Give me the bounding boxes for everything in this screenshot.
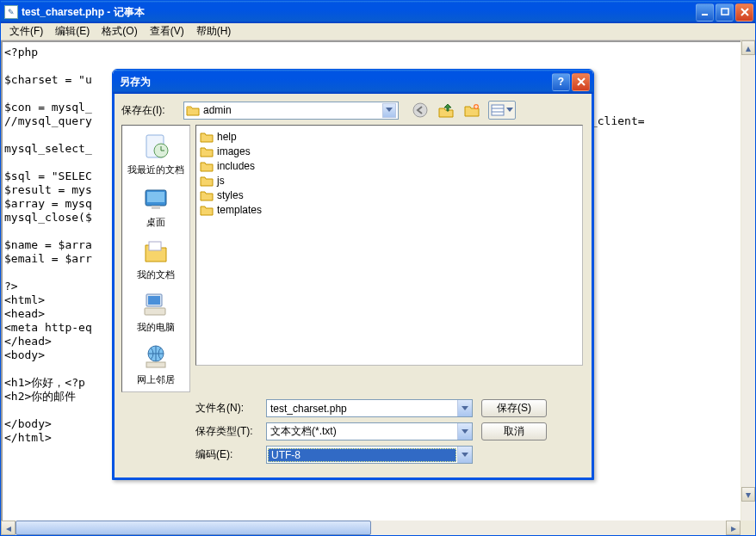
dialog-titlebar[interactable]: 另存为 ? — [113, 70, 593, 94]
filename-label: 文件名(N): — [195, 401, 257, 416]
chevron-down-icon[interactable] — [457, 447, 472, 463]
place-desktop[interactable]: 桌面 — [140, 183, 171, 229]
folder-icon — [186, 104, 200, 116]
list-item[interactable]: templates — [200, 202, 579, 217]
save-in-combo[interactable]: admin — [183, 102, 399, 120]
list-item[interactable]: images — [200, 144, 579, 158]
menu-edit[interactable]: 编辑(E) — [50, 23, 95, 40]
svg-rect-17 — [146, 362, 165, 367]
folder-icon — [200, 131, 214, 143]
dialog-title: 另存为 — [120, 75, 552, 89]
filetype-combo[interactable]: 文本文档(*.txt) — [266, 422, 473, 441]
up-icon[interactable] — [437, 101, 455, 120]
back-icon[interactable] — [411, 101, 430, 120]
menu-format[interactable]: 格式(O) — [96, 23, 142, 40]
encoding-label: 编码(E): — [195, 447, 257, 462]
svg-rect-10 — [147, 192, 164, 202]
maximize-button[interactable] — [716, 3, 734, 22]
svg-rect-15 — [145, 308, 165, 315]
vertical-scrollbar[interactable]: ▴ ▾ — [741, 40, 755, 521]
scroll-corner — [741, 521, 755, 535]
file-list[interactable]: help images includes js styles templates — [195, 125, 583, 366]
folder-icon — [200, 189, 214, 201]
chevron-down-icon[interactable] — [382, 103, 396, 118]
list-item[interactable]: styles — [200, 188, 579, 202]
svg-rect-11 — [152, 206, 160, 209]
scroll-down-icon[interactable]: ▾ — [741, 487, 755, 502]
list-item[interactable]: help — [200, 129, 579, 144]
place-mydocs[interactable]: 我的文档 — [137, 236, 175, 281]
new-folder-icon[interactable] — [462, 101, 481, 120]
main-title: test_charset.php - 记事本 — [22, 5, 696, 20]
folder-icon — [200, 160, 214, 172]
folder-icon — [200, 145, 214, 157]
place-mycomputer[interactable]: 我的电脑 — [137, 288, 175, 334]
mydocs-icon — [140, 236, 171, 267]
scroll-left-icon[interactable]: ◂ — [1, 521, 15, 535]
dialog-close-button[interactable] — [572, 73, 590, 91]
svg-rect-14 — [148, 296, 160, 305]
scroll-right-icon[interactable]: ▸ — [726, 521, 741, 535]
svg-point-2 — [413, 103, 427, 117]
folder-icon — [200, 204, 214, 216]
svg-rect-12 — [149, 242, 161, 250]
hscroll-thumb[interactable] — [15, 521, 371, 535]
folder-icon — [200, 175, 214, 187]
horizontal-scrollbar[interactable]: ◂ ▸ — [1, 521, 741, 535]
place-network[interactable]: 网上邻居 — [137, 341, 175, 386]
views-icon[interactable] — [488, 101, 516, 120]
cancel-button[interactable]: 取消 — [481, 422, 547, 441]
save-as-dialog: 另存为 ? 保存在(I): admin 我最 — [112, 69, 594, 480]
help-button[interactable]: ? — [552, 73, 570, 91]
main-titlebar[interactable]: ✎ test_charset.php - 记事本 — [1, 1, 755, 23]
svg-rect-4 — [492, 105, 504, 115]
svg-rect-1 — [722, 9, 728, 15]
places-bar: 我最近的文档 桌面 我的文档 我的电脑 网上邻居 — [121, 125, 190, 392]
scroll-up-icon[interactable]: ▴ — [741, 40, 755, 55]
chevron-down-icon[interactable] — [457, 423, 472, 440]
chevron-down-icon[interactable] — [457, 400, 472, 416]
place-recent[interactable]: 我最近的文档 — [127, 131, 184, 176]
filetype-label: 保存类型(T): — [195, 424, 257, 439]
network-icon — [140, 341, 171, 372]
close-button[interactable] — [735, 3, 753, 22]
minimize-button[interactable] — [696, 3, 714, 22]
recent-docs-icon — [140, 131, 171, 162]
encoding-combo[interactable]: UTF-8 — [266, 446, 473, 464]
list-item[interactable]: includes — [200, 158, 579, 173]
menu-file[interactable]: 文件(F) — [4, 23, 48, 40]
save-in-label: 保存在(I): — [121, 103, 183, 118]
save-button[interactable]: 保存(S) — [481, 399, 547, 417]
filename-field[interactable]: test_charset.php — [266, 399, 473, 417]
svg-rect-0 — [702, 14, 708, 15]
menu-help[interactable]: 帮助(H) — [191, 23, 237, 40]
mycomputer-icon — [140, 288, 171, 319]
desktop-icon — [140, 183, 171, 214]
save-in-text: admin — [203, 104, 382, 116]
notepad-icon: ✎ — [4, 5, 18, 19]
menubar: 文件(F) 编辑(E) 格式(O) 查看(V) 帮助(H) — [1, 23, 755, 40]
menu-view[interactable]: 查看(V) — [145, 23, 189, 40]
list-item[interactable]: js — [200, 173, 579, 188]
